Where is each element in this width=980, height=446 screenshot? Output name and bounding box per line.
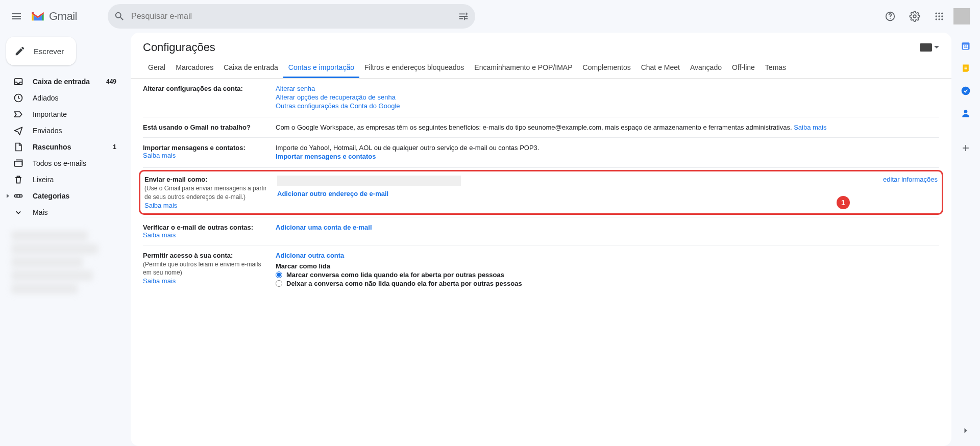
keep-icon[interactable] [961,63,971,73]
calendar-icon[interactable]: 31 [961,41,971,51]
settings-body: Alterar configurações da conta: Alterar … [131,79,951,446]
dropdown-caret-icon [934,45,939,50]
sidebar-item-sent[interactable]: Enviados [0,122,122,139]
svg-point-10 [941,18,943,20]
section-subtitle: (Use o Gmail para enviar mensagens a par… [144,184,269,202]
tune-icon[interactable] [458,11,469,22]
search-bar[interactable] [108,4,475,29]
sidebar-item-allmail[interactable]: Todos os e-mails [0,155,122,171]
import-action-link[interactable]: Importar mensagens e contatos [276,153,376,160]
tab-avan-ado[interactable]: Avançado [685,58,727,78]
sidebar-item-category[interactable]: Categorias [0,188,122,204]
tab-marcadores[interactable]: Marcadores [170,58,218,78]
input-tools-select[interactable] [920,43,939,52]
sidebar-item-draft[interactable]: Rascunhos1 [0,139,122,155]
settings-button[interactable] [904,6,925,27]
gear-icon [909,11,920,22]
tab-encaminhamento-e-pop-imap[interactable]: Encaminhamento e POP/IMAP [469,58,577,78]
section-title: Verificar o e-mail de outras contas: [143,224,267,231]
section-subtitle: (Permite que outros leiam e enviem e-mai… [143,260,267,278]
tab-temas[interactable]: Temas [760,58,791,78]
contacts-icon[interactable] [961,108,971,118]
svg-point-8 [936,18,937,20]
collapse-panel-button[interactable] [961,426,971,436]
tab-contas-e-importa-o[interactable]: Contas e importação [283,58,359,78]
section-title: Alterar configurações da conta: [143,85,267,92]
keyboard-icon [920,43,932,52]
tasks-icon[interactable] [961,86,971,96]
main-menu-button[interactable] [4,4,29,29]
add-email-link[interactable]: Adicionar outro endereço de e-mail [277,190,388,197]
more-icon [13,207,23,217]
svg-point-2 [936,13,937,14]
help-button[interactable] [880,6,900,27]
sidebar-item-important[interactable]: Importante [0,106,122,122]
nav: Caixa de entrada449AdiadosImportanteEnvi… [0,73,131,220]
clock-icon [13,93,23,103]
sidebar-item-trash[interactable]: Lixeira [0,171,122,188]
learn-more-link[interactable]: Saiba mais [794,123,826,131]
section-account: Alterar configurações da conta: Alterar … [143,79,939,117]
google-account-link[interactable]: Outras configurações da Conta do Google [276,102,400,110]
svg-point-6 [938,15,940,17]
section-title: Está usando o Gmail no trabalho? [143,123,267,131]
svg-point-5 [936,15,937,17]
edit-info-link[interactable]: editar informações [883,176,938,183]
mark-read-header: Marcar como lida [276,262,939,270]
sidebar-item-clock[interactable]: Adiados [0,90,122,106]
caret-right-icon [5,193,10,199]
tab-caixa-de-entrada[interactable]: Caixa de entrada [218,58,283,78]
apps-button[interactable] [929,6,949,27]
sidebar-item-inbox[interactable]: Caixa de entrada449 [0,73,122,90]
settings-tabs: GeralMarcadoresCaixa de entradaContas e … [131,58,951,79]
add-delegate-link[interactable]: Adicionar outra conta [276,252,344,259]
sidebar-item-label: Categorias [33,192,69,200]
import-body: Importe do Yahoo!, Hotmail, AOL ou de qu… [276,144,939,152]
compose-button[interactable]: Escrever [6,37,76,65]
tab-filtros-e-endere-os-bloqueados[interactable]: Filtros e endereços bloqueados [359,58,469,78]
section-title: Importar mensagens e contatos: [143,144,267,152]
workspace-body: Com o Google Workspace, as empresas têm … [276,123,794,131]
section-grant-access: Permitir acesso à sua conta: (Permite qu… [143,245,939,294]
svg-point-1 [913,15,916,18]
important-icon [13,109,23,119]
trash-icon [13,175,23,185]
svg-text:31: 31 [964,45,968,48]
side-panel: 31 + [951,33,980,446]
add-addon-button[interactable]: + [962,141,969,155]
pencil-icon [14,45,26,57]
svg-point-4 [941,13,943,14]
help-icon [885,11,896,22]
content: Configurações GeralMarcadoresCaixa de en… [131,33,951,446]
inbox-icon [13,77,23,87]
account-avatar[interactable] [953,8,970,24]
learn-more-link[interactable]: Saiba mais [144,202,177,209]
svg-rect-13 [15,161,22,166]
tab-geral[interactable]: Geral [143,58,170,78]
learn-more-link[interactable]: Saiba mais [143,277,176,285]
mark-read-radio[interactable] [276,271,282,278]
tab-complementos[interactable]: Complementos [578,58,636,78]
leave-unread-label: Deixar a conversa como não lida quando e… [286,280,522,287]
learn-more-link[interactable]: Saiba mais [143,152,176,159]
add-account-link[interactable]: Adicionar uma conta de e-mail [276,224,372,231]
change-password-link[interactable]: Alterar senha [276,85,315,92]
learn-more-link[interactable]: Saiba mais [143,231,176,239]
logo[interactable]: Gmail [31,10,77,23]
svg-point-3 [938,13,940,14]
compose-label: Escrever [34,47,64,56]
svg-rect-16 [17,195,20,197]
tab-chat-e-meet[interactable]: Chat e Meet [636,58,685,78]
highlight-annotation-1: Enviar e-mail como: (Use o Gmail para en… [139,170,943,215]
logo-text: Gmail [49,10,77,23]
content-header: Configurações [131,33,951,58]
svg-point-21 [964,110,968,113]
section-title: Permitir acesso à sua conta: [143,252,267,259]
svg-point-7 [941,15,943,17]
leave-unread-radio[interactable] [276,280,282,287]
redacted-email [277,176,461,186]
sidebar-item-more[interactable]: Mais [0,204,122,220]
search-input[interactable] [131,12,458,21]
recovery-options-link[interactable]: Alterar opções de recuperação de senha [276,93,396,101]
tab-off-line[interactable]: Off-line [727,58,760,78]
